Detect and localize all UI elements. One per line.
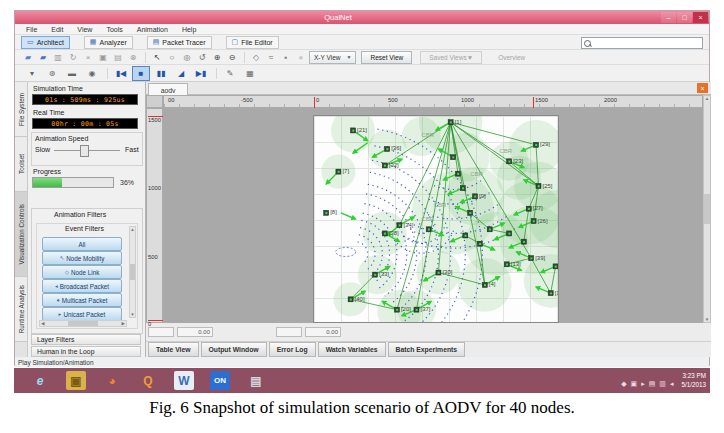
save-icon[interactable]: ▥ xyxy=(51,51,65,63)
close-button[interactable]: × xyxy=(693,12,708,23)
mode-button-file-editor[interactable]: ▢File Editor xyxy=(226,36,279,49)
generic-app-icon[interactable]: ▤ xyxy=(246,371,266,390)
minimize-button[interactable]: – xyxy=(661,12,676,23)
canvas-vscrollbar[interactable]: ▲▼ xyxy=(703,95,711,323)
internet-explorer-icon[interactable]: e xyxy=(30,371,50,390)
view-mode-dropdown[interactable]: X-Y View ▼ xyxy=(309,51,356,64)
tray-icon[interactable]: ▤ xyxy=(649,380,656,387)
menu-view[interactable]: View xyxy=(70,26,99,33)
menu-help[interactable]: Help xyxy=(175,26,203,33)
event-filter-broadcast-packet[interactable]: ◂Broadcast Packet xyxy=(42,279,122,293)
jump-to-end-icon[interactable]: ▶▮ xyxy=(192,66,210,81)
event-filter-unicast-packet[interactable]: ▸Unicast Packet xyxy=(42,307,122,321)
qualnet-icon[interactable]: Q xyxy=(138,371,158,390)
run-settings-icon[interactable]: ⊛ xyxy=(43,66,61,81)
menu-tools[interactable]: Tools xyxy=(99,26,129,33)
open-folder-icon[interactable]: ▰ xyxy=(36,51,50,63)
onenote-icon[interactable]: ON xyxy=(210,371,230,390)
svg-text:[4]: [4] xyxy=(489,281,496,287)
event-filter-all[interactable]: All xyxy=(42,237,122,251)
coord-value: 0.00 xyxy=(305,327,341,337)
search-input[interactable] xyxy=(581,37,703,49)
lasso-select-icon[interactable]: ○ xyxy=(165,51,179,63)
layer-filters-button[interactable]: Layer Filters xyxy=(31,334,141,345)
mode-button-analyzer[interactable]: ▦Analyzer xyxy=(84,36,133,49)
bottom-tab-watch-variables[interactable]: Watch Variables xyxy=(318,342,386,357)
overview-button[interactable]: Overview xyxy=(490,52,533,63)
saved-views-dropdown[interactable]: Saved Views ▼ xyxy=(420,51,482,64)
mode-button-architect[interactable]: ▭Architect xyxy=(21,36,70,49)
capture-icon[interactable]: ◉ xyxy=(83,66,101,81)
svg-text:[23]: [23] xyxy=(513,158,523,164)
cbr-label: CBR xyxy=(421,216,434,222)
menu-file[interactable]: File xyxy=(19,26,44,33)
background-cloud-icon[interactable]: ● xyxy=(294,51,308,63)
event-filter-node-mobility[interactable]: ↖Node Mobility xyxy=(42,251,122,265)
menu-animation[interactable]: Animation xyxy=(130,26,175,33)
bottom-tab-batch-experiments[interactable]: Batch Experiments xyxy=(388,342,466,357)
svg-text:[25]: [25] xyxy=(542,183,552,189)
zoom-in-icon[interactable]: ⊕ xyxy=(210,51,224,63)
event-filter-vscrollbar[interactable]: ▲▼ xyxy=(129,226,136,318)
canvas-status-strip: 0.000.00 xyxy=(148,326,704,338)
speed-slider-handle[interactable] xyxy=(80,145,89,157)
event-filter-multicast-packet[interactable]: ●Multicast Packet xyxy=(42,293,122,307)
edit-animation-icon[interactable]: ✎ xyxy=(221,66,239,81)
coord-spinner[interactable] xyxy=(276,327,302,337)
side-tab-toolset[interactable]: Toolset xyxy=(15,137,27,192)
bottom-tab-error-log[interactable]: Error Log xyxy=(269,342,316,357)
side-tab-visualization-controls[interactable]: Visualization Controls xyxy=(15,192,27,277)
cut-icon[interactable]: × xyxy=(81,51,95,63)
statistics-icon[interactable]: ▦ xyxy=(241,66,259,81)
reset-view-button[interactable]: Reset View xyxy=(361,51,412,64)
tray-icon[interactable]: ▣ xyxy=(631,380,638,387)
chevron-down-icon: ▼ xyxy=(467,54,473,61)
zoom-out-icon[interactable]: ⊖ xyxy=(225,51,239,63)
place-node-icon[interactable]: ▪ xyxy=(279,51,293,63)
reload-icon[interactable]: ↻ xyxy=(66,51,80,63)
animation-dropdown-icon[interactable]: ▾ xyxy=(23,66,41,81)
tray-icon[interactable]: ▥ xyxy=(659,380,666,387)
tray-icon[interactable]: ◆ xyxy=(621,380,626,387)
side-tab-runtime-analysis[interactable]: Runtime Analysis xyxy=(15,277,27,342)
bottom-tab-table-view[interactable]: Table View xyxy=(148,342,199,357)
rotate-view-icon[interactable]: ↺ xyxy=(195,51,209,63)
file-explorer-icon[interactable]: ▣ xyxy=(66,371,86,390)
jump-to-start-icon[interactable]: ▮◀ xyxy=(112,66,130,81)
copy-icon[interactable]: ▣ xyxy=(96,51,110,63)
svg-text:[27]: [27] xyxy=(533,205,543,211)
scene-viewport[interactable]: [21][1][36][32][7][29][23][25][9][27][26… xyxy=(163,108,703,323)
word-icon[interactable]: W xyxy=(174,371,194,390)
pan-hand-icon[interactable]: ◎ xyxy=(180,51,194,63)
side-tab-strip: File SystemToolsetVisualization Controls… xyxy=(15,82,28,357)
pause-icon[interactable]: ▮▮ xyxy=(152,66,170,81)
tray-icon[interactable]: ▸ xyxy=(641,380,645,387)
human-in-the-loop-button[interactable]: Human in the Loop xyxy=(31,346,141,357)
speed-ramp-icon[interactable]: ◢ xyxy=(172,66,190,81)
file-editor-icon: ▢ xyxy=(232,38,239,46)
scenario-map[interactable]: [21][1][36][32][7][29][23][25][9][27][26… xyxy=(313,115,559,323)
record-animation-icon[interactable]: ▬ xyxy=(63,66,81,81)
delete-icon[interactable]: ⊗ xyxy=(126,51,140,63)
mode-button-packet-tracer[interactable]: ▤Packet Tracer xyxy=(147,36,212,49)
event-filter-hscrollbar[interactable]: ◀▶ xyxy=(39,320,127,327)
wireless-link-icon[interactable]: ≈ xyxy=(264,51,278,63)
system-tray: ◆▣▸▤▥◂ 3:23 PM 5/1/2013 xyxy=(621,368,706,393)
maximize-button[interactable]: □ xyxy=(677,12,692,23)
filter-icon: ● xyxy=(56,297,59,303)
coord-spinner[interactable] xyxy=(148,327,174,337)
firefox-icon[interactable]: ◕ xyxy=(102,371,122,390)
new-scenario-icon[interactable]: ▰ xyxy=(21,51,35,63)
tray-icon[interactable]: ◂ xyxy=(670,380,674,387)
menu-edit[interactable]: Edit xyxy=(44,26,70,33)
link-tool-icon[interactable]: ◇ xyxy=(249,51,263,63)
tab-close-icon[interactable]: × xyxy=(697,83,708,93)
stop-icon[interactable]: ■ xyxy=(132,66,150,81)
bottom-tab-output-window[interactable]: Output Window xyxy=(201,342,267,357)
paste-icon[interactable]: ▤ xyxy=(111,51,125,63)
taskbar-clock[interactable]: 3:23 PM 5/1/2013 xyxy=(681,372,706,388)
select-cursor-icon[interactable]: ↖ xyxy=(150,51,164,63)
event-filter-node-link[interactable]: ◇Node Link xyxy=(42,265,122,279)
h-ruler-tick: 00 xyxy=(168,97,174,103)
side-tab-file-system[interactable]: File System xyxy=(15,82,27,137)
